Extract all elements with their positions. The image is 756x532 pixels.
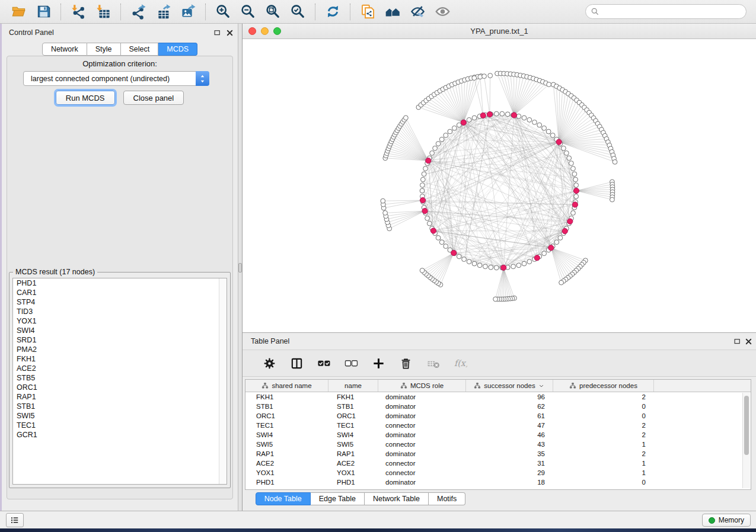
network-canvas[interactable] <box>243 39 756 333</box>
show-graphics-button[interactable] <box>433 3 451 21</box>
control-panel-tabs: NetworkStyleSelectMCDS <box>2 43 238 56</box>
search-input[interactable] <box>602 8 741 16</box>
tab-node-table[interactable]: Node Table <box>256 492 311 505</box>
run-mcds-button[interactable]: Run MCDS <box>56 91 115 105</box>
table-row[interactable]: SWI4SWI4dominator462 <box>245 430 751 440</box>
node-table[interactable]: shared namenameMCDS rolesuccessor nodesp… <box>245 379 751 490</box>
export-table-button[interactable] <box>154 3 172 21</box>
splitter-handle[interactable] <box>238 263 242 273</box>
zoom-fit-button[interactable] <box>264 3 282 21</box>
mcds-result-item[interactable]: SWI5 <box>13 411 227 421</box>
mcds-result-item[interactable]: STB5 <box>13 373 227 383</box>
table-scrollbar[interactable] <box>742 393 750 488</box>
list-icon <box>9 515 20 525</box>
zoom-in-button[interactable] <box>214 3 232 21</box>
mcds-result-item[interactable]: RAP1 <box>13 392 227 402</box>
close-panel-icon[interactable] <box>225 28 235 38</box>
table-settings-gear-button[interactable] <box>260 354 278 372</box>
table-row[interactable]: ACE2ACE2connector311 <box>245 459 751 468</box>
mcds-result-item[interactable]: STP4 <box>13 297 227 307</box>
zoom-selected-button[interactable] <box>289 3 307 21</box>
tab-select[interactable]: Select <box>121 43 159 56</box>
import-table-button[interactable] <box>94 3 112 21</box>
mcds-result-item[interactable]: ACE2 <box>13 364 227 373</box>
sort-desc-icon <box>538 383 545 389</box>
tab-motifs[interactable]: Motifs <box>429 492 465 505</box>
deselect-all-button[interactable] <box>342 354 360 372</box>
toolbar-separator <box>350 4 350 20</box>
add-column-button[interactable] <box>369 354 387 372</box>
tab-mcds[interactable]: MCDS <box>158 43 197 56</box>
cell-successor-nodes: 47 <box>466 421 553 430</box>
mcds-result-item[interactable]: ORC1 <box>13 383 227 392</box>
column-header-name[interactable]: name <box>328 380 378 392</box>
mcds-result-item[interactable]: GCR1 <box>13 430 227 440</box>
close-panel-button[interactable]: Close panel <box>123 91 184 105</box>
table-row[interactable]: RAP1RAP1dominator352 <box>245 449 751 459</box>
zoom-selected-icon <box>290 4 306 20</box>
cell-shared-name: SWI4 <box>245 430 328 440</box>
refresh-button[interactable] <box>324 3 342 21</box>
table-row[interactable]: FKH1FKH1dominator962 <box>245 392 751 402</box>
float-table-panel-icon[interactable] <box>732 336 742 347</box>
toolbar-separator <box>315 4 315 20</box>
search-box[interactable] <box>585 4 747 19</box>
cell-name: YOX1 <box>328 468 378 477</box>
export-image-button[interactable] <box>179 3 197 21</box>
first-neighbors-button[interactable] <box>384 3 401 21</box>
table-row[interactable]: TEC1TEC1connector472 <box>245 421 751 430</box>
mcds-result-item[interactable]: FKH1 <box>13 354 227 364</box>
hide-graphics-button[interactable] <box>409 3 426 21</box>
panel-splitter[interactable] <box>238 24 243 511</box>
close-table-panel-icon[interactable] <box>744 336 754 347</box>
table-scrollbar-thumb[interactable] <box>744 396 749 455</box>
tab-network-table[interactable]: Network Table <box>365 492 429 505</box>
cell-successor-nodes: 96 <box>466 392 553 402</box>
mcds-result-item[interactable]: PMA2 <box>13 345 227 354</box>
export-image-icon <box>180 4 196 20</box>
export-network-button[interactable] <box>129 3 147 21</box>
column-header-successor-nodes[interactable]: successor nodes <box>466 380 553 392</box>
column-layout-button[interactable] <box>288 354 305 372</box>
import-network-button[interactable] <box>69 3 87 21</box>
zoom-out-button[interactable] <box>239 3 257 21</box>
table-settings-gear-icon <box>263 357 276 370</box>
delete-column-button[interactable] <box>397 354 414 372</box>
memory-button[interactable]: Memory <box>702 514 751 527</box>
tab-style[interactable]: Style <box>87 43 121 56</box>
mcds-result-item[interactable]: STB1 <box>13 402 227 411</box>
first-neighbors-icon <box>385 4 401 20</box>
column-header-predecessor-nodes[interactable]: predecessor nodes <box>553 380 654 392</box>
mcds-result-item[interactable]: PHD1 <box>13 278 227 288</box>
float-panel-icon[interactable] <box>212 28 222 38</box>
cell-mcds-role: connector <box>378 440 466 449</box>
mcds-result-item[interactable]: TID3 <box>13 307 227 316</box>
open-folder-button[interactable] <box>9 3 27 21</box>
table-row[interactable]: SWI5SWI5connector431 <box>245 440 751 449</box>
table-row[interactable]: STB1STB1dominator620 <box>245 402 751 411</box>
mcds-result-item[interactable]: CAR1 <box>13 288 227 297</box>
list-scrollbar[interactable] <box>219 278 227 484</box>
network-window-titlebar[interactable]: YPA_prune.txt_1 <box>243 24 756 39</box>
mcds-result-item[interactable]: YOX1 <box>13 316 227 326</box>
function-builder-button: f(x) <box>451 354 469 372</box>
criterion-dropdown[interactable]: largest connected component (undirected) <box>23 71 209 86</box>
column-header-mcds-role[interactable]: MCDS role <box>378 380 466 392</box>
table-row[interactable]: YOX1YOX1connector291 <box>245 468 751 477</box>
table-row[interactable]: ORC1ORC1dominator610 <box>245 411 751 421</box>
mcds-result-item[interactable]: SRD1 <box>13 335 227 345</box>
column-label: predecessor nodes <box>579 382 637 389</box>
clone-network-icon <box>360 4 376 20</box>
mcds-result-item[interactable]: SWI4 <box>13 326 227 335</box>
save-button[interactable] <box>34 3 52 21</box>
column-header-shared-name[interactable]: shared name <box>245 380 328 392</box>
tab-edge-table[interactable]: Edge Table <box>311 492 365 505</box>
select-all-button[interactable] <box>315 354 333 372</box>
tab-network[interactable]: Network <box>42 43 87 56</box>
mcds-result-list[interactable]: PHD1CAR1STP4TID3YOX1SWI4SRD1PMA2FKH1ACE2… <box>12 278 227 485</box>
task-history-button[interactable] <box>6 513 24 527</box>
clone-network-button[interactable] <box>359 3 377 21</box>
column-shared-icon <box>400 382 407 389</box>
table-row[interactable]: PHD1PHD1dominator180 <box>245 477 751 487</box>
mcds-result-item[interactable]: TEC1 <box>13 421 227 430</box>
